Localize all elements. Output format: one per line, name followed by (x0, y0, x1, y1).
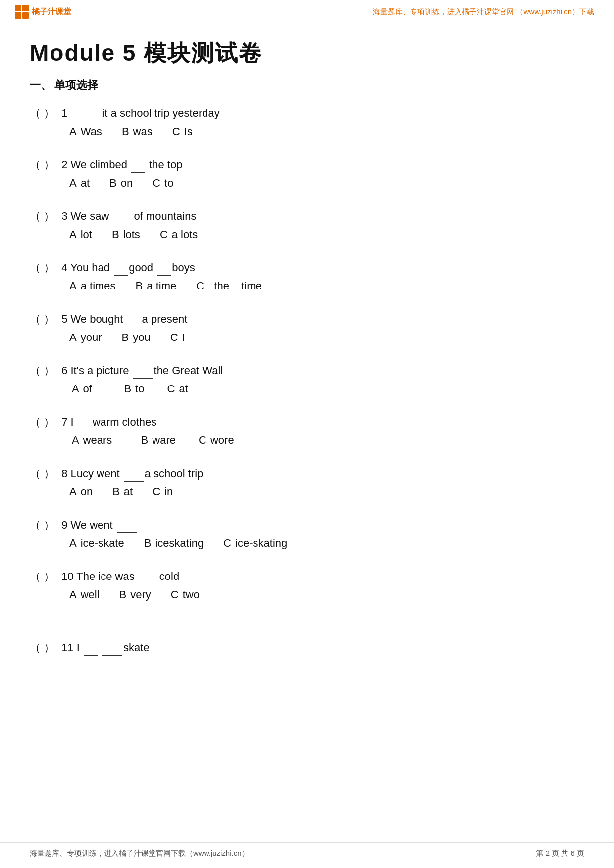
q9-optA: Aice-skate (69, 537, 124, 550)
q2-paren: （ ） (30, 157, 54, 172)
q3-paren: （ ） (30, 209, 54, 224)
q4-options: Aa times Ba time C the time (69, 280, 584, 292)
q5-optB: Byou (121, 331, 150, 344)
svg-rect-0 (15, 5, 21, 11)
q2-optC: Cto (153, 177, 173, 190)
q1-text: 1 it a school trip yesterday (61, 104, 220, 121)
q8-paren: （ ） (30, 466, 54, 481)
q9-blank (117, 516, 137, 533)
q6-optA: Aof (69, 383, 92, 395)
q7-blank (78, 413, 92, 430)
page-footer: 海量题库、专项训练，进入橘子汁课堂官网下载（www.juzizhi.cn） 第 … (0, 842, 614, 858)
svg-rect-3 (22, 12, 29, 19)
q4-paren: （ ） (30, 260, 54, 275)
q6-paren: （ ） (30, 363, 54, 378)
q1-blank (71, 104, 101, 121)
q1-optC: CIs (172, 125, 193, 138)
q4-optA: Aa times (69, 280, 116, 292)
question-8: （ ） 8 Lucy went a school trip Aon Bat Ci… (30, 465, 584, 498)
q2-options: Aat Bon Cto (69, 177, 584, 190)
q2-optB: Bon (109, 177, 133, 190)
q6-optB: Bto (112, 383, 144, 395)
q9-options: Aice-skate Biceskating Cice-skating (69, 537, 584, 550)
main-content: Module 5 模块测试卷 一、 单项选择 （ ） 1 it a school… (0, 23, 614, 703)
q5-options: Ayour Byou CI (69, 331, 584, 344)
logo-icon (15, 5, 29, 19)
q11-blank1 (84, 639, 98, 656)
footer-text: 海量题库、专项训练，进入橘子汁课堂官网下载（www.juzizhi.cn） (30, 849, 249, 858)
q11-blank2 (102, 639, 122, 656)
q8-text: 8 Lucy went a school trip (61, 465, 203, 482)
q4-optC: C the time (196, 280, 262, 292)
q9-optC: Cice-skating (223, 537, 287, 550)
q7-options: Awears Bware Cwore (69, 434, 584, 447)
question-2-row: （ ） 2 We climbed the top (30, 156, 584, 173)
question-10-row: （ ） 10 The ice was cold (30, 568, 584, 584)
q2-blank (131, 156, 145, 173)
q1-options: AWas Bwas CIs (69, 125, 584, 138)
q8-blank (124, 465, 144, 482)
q3-text: 3 We saw of mountains (61, 207, 196, 224)
q2-text: 2 We climbed the top (61, 156, 182, 173)
q7-optC: Cwore (196, 434, 234, 447)
svg-rect-1 (22, 5, 29, 11)
q6-optC: Cat (164, 383, 188, 395)
question-4: （ ） 4 You had good boys Aa times Ba time… (30, 259, 584, 292)
question-7-row: （ ） 7 I warm clothes (30, 413, 584, 430)
q10-text: 10 The ice was cold (61, 568, 179, 584)
q9-optB: Biceskating (144, 537, 204, 550)
q8-optC: Cin (153, 485, 173, 498)
q8-optB: Bat (112, 485, 133, 498)
q3-blank (113, 207, 133, 224)
question-5-row: （ ） 5 We bought a present (30, 310, 584, 327)
question-2: （ ） 2 We climbed the top Aat Bon Cto (30, 156, 584, 190)
header-slogan: 海量题库、专项训练，进入橘子汁课堂官网 （www.juzizhi.cn）下载 (373, 7, 594, 17)
svg-rect-2 (15, 12, 21, 19)
q6-text: 6 It's a picture the Great Wall (61, 362, 223, 379)
question-5: （ ） 5 We bought a present Ayour Byou CI (30, 310, 584, 344)
q7-text: 7 I warm clothes (61, 413, 156, 430)
q1-optB: Bwas (122, 125, 153, 138)
q10-blank (139, 568, 158, 584)
q3-optA: Alot (69, 228, 92, 241)
q2-optA: Aat (69, 177, 90, 190)
q8-optA: Aon (69, 485, 93, 498)
q11-text: 11 I skate (61, 639, 150, 656)
logo-area: 橘子汁课堂 (15, 5, 71, 19)
q4-text: 4 You had good boys (61, 259, 195, 276)
question-9: （ ） 9 We went Aice-skate Biceskating Cic… (30, 516, 584, 550)
question-6: （ ） 6 It's a picture the Great Wall Aof … (30, 362, 584, 395)
q10-optA: Awell (69, 588, 100, 601)
question-3: （ ） 3 We saw of mountains Alot Blots Ca … (30, 207, 584, 241)
q5-optC: CI (170, 331, 185, 344)
q10-optC: Ctwo (171, 588, 200, 601)
question-3-row: （ ） 3 We saw of mountains (30, 207, 584, 224)
q6-blank (133, 362, 153, 379)
q3-options: Alot Blots Ca lots (69, 228, 584, 241)
q9-text: 9 We went (61, 516, 138, 533)
page-title: Module 5 模块测试卷 (30, 38, 584, 69)
q7-optB: Bware (132, 434, 176, 447)
logo-text: 橘子汁课堂 (32, 7, 71, 17)
question-11-row: （ ） 11 I skate (30, 639, 584, 656)
question-6-row: （ ） 6 It's a picture the Great Wall (30, 362, 584, 379)
q5-optA: Ayour (69, 331, 102, 344)
page-header: 橘子汁课堂 海量题库、专项训练，进入橘子汁课堂官网 （www.juzizhi.c… (0, 0, 614, 23)
q7-paren: （ ） (30, 415, 54, 430)
q6-options: Aof Bto Cat (69, 383, 584, 395)
section1-header: 一、 单项选择 (30, 78, 584, 93)
footer-page: 第 2 页 共 6 页 (536, 849, 584, 858)
question-7: （ ） 7 I warm clothes Awears Bware Cwore (30, 413, 584, 447)
q8-options: Aon Bat Cin (69, 485, 584, 498)
question-1-row: （ ） 1 it a school trip yesterday (30, 104, 584, 121)
question-8-row: （ ） 8 Lucy went a school trip (30, 465, 584, 482)
q4-blank1 (114, 259, 128, 276)
q3-optC: Ca lots (160, 228, 198, 241)
q1-optA: AWas (69, 125, 102, 138)
q7-optA: Awears (69, 434, 112, 447)
q5-blank (127, 310, 141, 327)
question-4-row: （ ） 4 You had good boys (30, 259, 584, 276)
q10-options: Awell Bvery Ctwo (69, 588, 584, 601)
q9-paren: （ ） (30, 518, 54, 532)
q4-blank2 (157, 259, 171, 276)
